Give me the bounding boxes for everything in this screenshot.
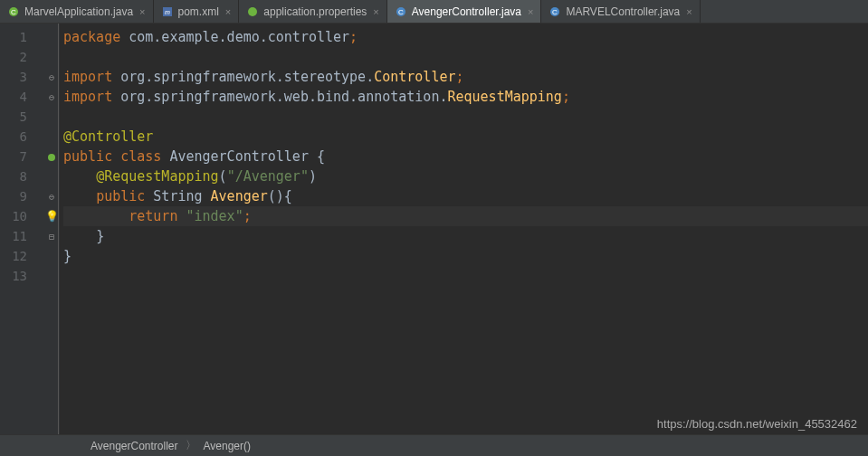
tab-label: AvengerController.java <box>412 5 521 18</box>
code-line: public String Avenger(){ <box>63 186 868 206</box>
svg-text:C: C <box>398 8 404 16</box>
close-icon[interactable]: × <box>373 6 378 17</box>
line-number: 10 <box>0 206 43 226</box>
maven-icon: m <box>161 5 174 18</box>
tab-label: MarvelApplication.java <box>24 5 133 18</box>
tab-pom[interactable]: m pom.xml × <box>154 0 240 23</box>
close-icon[interactable]: × <box>225 6 231 17</box>
tab-application-properties[interactable]: application.properties × <box>239 0 387 23</box>
java-icon: C <box>7 5 20 18</box>
line-number: 4 <box>0 87 43 107</box>
tab-marvel-application[interactable]: C MarvelApplication.java × <box>0 0 154 23</box>
code-editor[interactable]: 1 2 3 4 5 6 7 8 9 10 11 12 13 ⊖ ⊖ ⊖ 💡 ⊟ … <box>0 24 868 434</box>
code-line: public class AvengerController { <box>63 147 868 166</box>
line-number: 3 <box>0 67 43 87</box>
line-number: 6 <box>0 127 43 147</box>
tab-avenger-controller[interactable]: C AvengerController.java × <box>387 0 542 23</box>
line-number: 1 <box>0 27 43 47</box>
class-icon: C <box>548 5 561 18</box>
code-line: import org.springframework.stereotype.Co… <box>63 67 868 87</box>
line-number: 13 <box>0 266 43 286</box>
line-number: 12 <box>0 246 43 266</box>
line-number: 7 <box>0 147 43 166</box>
editor-tabs: C MarvelApplication.java × m pom.xml × a… <box>0 0 868 24</box>
intention-bulb-icon[interactable]: 💡 <box>45 210 59 223</box>
breadcrumb-item[interactable]: AvengerController <box>91 440 178 452</box>
code-area[interactable]: package com.example.demo.controller; imp… <box>60 24 868 434</box>
svg-text:C: C <box>553 8 558 16</box>
code-line <box>63 266 868 286</box>
fold-icon[interactable]: ⊖ <box>49 192 54 202</box>
tab-label: MARVELController.java <box>566 5 680 18</box>
tab-label: application.properties <box>263 5 367 18</box>
breadcrumb: AvengerController 〉 Avenger() <box>0 434 868 456</box>
tab-marvel-controller[interactable]: C MARVELController.java × <box>541 0 700 23</box>
spring-bean-icon[interactable] <box>48 150 55 164</box>
chevron-right-icon: 〉 <box>186 438 196 453</box>
tab-label: pom.xml <box>178 5 219 18</box>
class-icon: C <box>395 5 407 18</box>
line-number: 2 <box>0 47 43 67</box>
svg-text:m: m <box>165 9 170 15</box>
fold-icon[interactable]: ⊖ <box>49 92 54 102</box>
close-icon[interactable]: × <box>686 6 692 17</box>
watermark-text: https://blog.csdn.net/weixin_45532462 <box>657 417 857 431</box>
code-line: import org.springframework.web.bind.anno… <box>63 87 868 107</box>
code-line <box>63 47 868 67</box>
line-number: 11 <box>0 226 43 246</box>
close-icon[interactable]: × <box>528 6 533 17</box>
code-line: } <box>63 246 868 266</box>
code-line <box>63 107 868 127</box>
fold-icon[interactable]: ⊖ <box>49 72 54 82</box>
fold-end-icon[interactable]: ⊟ <box>49 232 54 242</box>
spring-icon <box>246 5 259 18</box>
line-number: 8 <box>0 166 43 186</box>
breadcrumb-item[interactable]: Avenger() <box>204 440 251 452</box>
svg-text:C: C <box>11 8 16 16</box>
line-gutter: 1 2 3 4 5 6 7 8 9 10 11 12 13 <box>0 24 43 434</box>
code-line: @RequestMapping("/Avenger") <box>63 166 868 186</box>
code-line-current: return "index"; <box>63 206 868 226</box>
close-icon[interactable]: × <box>139 6 145 17</box>
line-number: 9 <box>0 186 43 206</box>
code-line: } <box>63 226 868 246</box>
code-line: @Controller <box>63 127 868 147</box>
code-line: package com.example.demo.controller; <box>63 27 868 47</box>
line-number: 5 <box>0 107 43 127</box>
